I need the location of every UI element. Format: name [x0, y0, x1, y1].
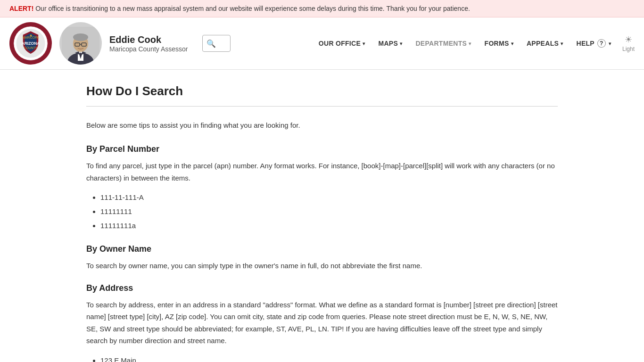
nav-appeals[interactable]: APPEALS ▾ — [520, 36, 570, 51]
person-info: Eddie Cook Maricopa County Assessor — [109, 34, 188, 53]
nav-help-label: HELP — [576, 40, 594, 47]
section-owner-text: To search by owner name, you can simply … — [86, 260, 558, 272]
nav-help[interactable]: HELP ? ▾ — [570, 35, 618, 51]
logo-area: ARIZONA MARICOPA COUNTY ★ — [9, 22, 188, 65]
nav-appeals-chevron: ▾ — [561, 41, 563, 46]
nav-our-office[interactable]: OUR OFFICE ▾ — [312, 36, 372, 51]
title-divider — [86, 106, 558, 107]
nav-departments[interactable]: DEPARTMENTS ▾ — [409, 36, 478, 51]
nav-our-office-chevron: ▾ — [363, 41, 365, 46]
nav-our-office-label: OUR OFFICE — [319, 40, 361, 47]
section-owner-heading: By Owner Name — [86, 244, 558, 254]
address-bullet-list: 123 E Main — [100, 354, 558, 362]
nav-appeals-label: APPEALS — [527, 40, 559, 47]
intro-text: Below are some tips to assist you in fin… — [86, 120, 558, 131]
main-nav: OUR OFFICE ▾ MAPS ▾ DEPARTMENTS ▾ FORMS … — [312, 34, 635, 52]
alert-banner: ALERT! Our office is transitioning to a … — [0, 0, 644, 17]
nav-departments-label: DEPARTMENTS — [415, 40, 467, 47]
person-photo — [59, 22, 102, 65]
svg-point-12 — [73, 33, 88, 41]
section-owner-name: By Owner Name To search by owner name, y… — [86, 244, 558, 272]
help-question-icon: ? — [597, 39, 606, 48]
nav-forms[interactable]: FORMS ▾ — [478, 36, 520, 51]
nav-maps-chevron: ▾ — [400, 41, 402, 46]
svg-text:ARIZONA: ARIZONA — [21, 41, 40, 46]
list-item: 111-11-111-A — [100, 190, 558, 205]
section-address-text: To search by address, enter in an addres… — [86, 299, 558, 347]
theme-label: Light — [622, 46, 635, 52]
parcel-bullet-list: 111-11-111-A 11111111 11111111a — [100, 190, 558, 233]
svg-text:COUNTY: COUNTY — [24, 46, 38, 49]
nav-departments-chevron: ▾ — [469, 41, 471, 46]
list-item: 123 E Main — [100, 354, 558, 362]
section-parcel-number: By Parcel Number To find any parcel, jus… — [86, 144, 558, 233]
sun-icon: ☀ — [625, 34, 632, 45]
section-parcel-heading: By Parcel Number — [86, 144, 558, 154]
list-item: 11111111a — [100, 219, 558, 233]
main-content: How Do I Search Below are some tips to a… — [67, 70, 577, 362]
list-item: 11111111 — [100, 205, 558, 219]
alert-label: ALERT! — [9, 5, 33, 12]
nav-forms-label: FORMS — [485, 40, 509, 47]
search-button[interactable]: 🔍 — [206, 39, 216, 48]
section-address: By Address To search by address, enter i… — [86, 283, 558, 362]
nav-help-chevron: ▾ — [609, 41, 611, 46]
nav-forms-chevron: ▾ — [511, 41, 513, 46]
alert-message: Our office is transitioning to a new mas… — [35, 5, 470, 12]
svg-text:★: ★ — [29, 33, 33, 38]
nav-maps[interactable]: MAPS ▾ — [372, 36, 409, 51]
search-box[interactable]: 🔍 — [202, 35, 231, 52]
section-address-heading: By Address — [86, 283, 558, 293]
page-title: How Do I Search — [86, 84, 558, 99]
section-parcel-text: To find any parcel, just type in the par… — [86, 160, 558, 184]
nav-maps-label: MAPS — [378, 40, 398, 47]
theme-toggle[interactable]: ☀ Light — [622, 34, 635, 52]
person-name: Eddie Cook — [109, 34, 188, 45]
county-logo: ARIZONA MARICOPA COUNTY ★ — [9, 22, 52, 65]
site-header: ARIZONA MARICOPA COUNTY ★ — [0, 17, 644, 70]
person-title: Maricopa County Assessor — [109, 45, 188, 53]
